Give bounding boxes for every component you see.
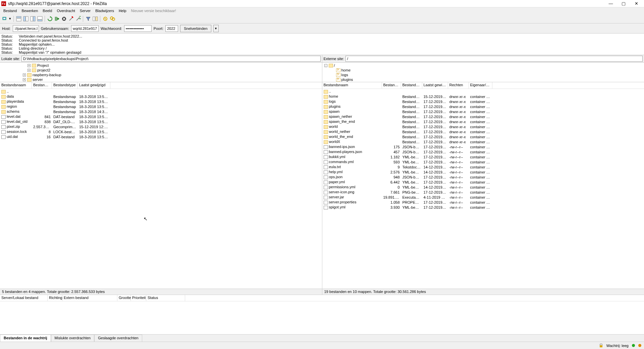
list-item[interactable]: dataBestandsmap18-3-2018 13:58:58	[0, 94, 322, 99]
expander-icon[interactable]: +	[28, 69, 31, 72]
col-owner[interactable]: Eigenaar/groep	[469, 82, 492, 89]
disconnect-icon[interactable]	[68, 15, 74, 22]
list-item[interactable]: schemsBestandsmap18-3-2018 14:39:44	[0, 109, 322, 114]
tree-item[interactable]: +Project	[1, 63, 321, 68]
expander-icon[interactable]: +	[28, 64, 31, 67]
compare-icon[interactable]	[92, 15, 98, 22]
process-queue-icon[interactable]	[54, 15, 60, 22]
expander-icon[interactable]: +	[23, 73, 26, 77]
list-item[interactable]: commands.yml593YML-besta...17-12-2019 17…	[322, 159, 644, 164]
cancel-icon[interactable]	[61, 15, 67, 22]
local-tree[interactable]: +Project+project2+raspberry-backup+serve…	[0, 63, 322, 82]
site-manager-icon[interactable]	[1, 15, 8, 22]
col-size[interactable]: Bestandsg...	[382, 82, 401, 89]
col-type[interactable]: Bestandstype	[52, 82, 78, 89]
col-name[interactable]: Bestandsnaam	[0, 82, 32, 89]
list-item[interactable]: bukkit.yml1.182YML-besta...17-12-2019 17…	[322, 154, 644, 159]
q-col-status[interactable]: Status	[146, 295, 185, 301]
col-perm[interactable]: Rechten	[448, 82, 469, 89]
list-item[interactable]: banned-players.json457JSON-best...17-12-…	[322, 149, 644, 154]
list-item[interactable]: worldXBestandsm...17-12-2019 17:...drwxr…	[322, 139, 644, 144]
pass-input[interactable]	[124, 25, 152, 32]
toggle-remote-tree-icon[interactable]	[30, 15, 36, 22]
menu-bestand[interactable]: Bestand	[1, 8, 19, 13]
menu-help[interactable]: Help	[117, 8, 128, 13]
log-panel[interactable]: Status:Verbinden met panel.ferox.host:20…	[0, 34, 644, 55]
remote-tree[interactable]: -/homelogsplugins	[322, 63, 644, 82]
tab-success[interactable]: Geslaagde overdrachten	[94, 335, 142, 342]
remote-site-input[interactable]	[345, 56, 643, 62]
q-col-prio[interactable]: Prioriteit	[131, 295, 146, 301]
expander-icon[interactable]: -	[324, 64, 327, 67]
list-item[interactable]: server-icon.png7.661PNG-besta...17-12-20…	[322, 190, 644, 195]
menu-bladwijzers[interactable]: Bladwijzers	[93, 8, 116, 13]
quickconnect-dropdown[interactable]: ▼	[213, 25, 219, 32]
list-item[interactable]: server.jar19.891.199Executable...4-11-20…	[322, 195, 644, 200]
toggle-local-tree-icon[interactable]	[22, 15, 29, 22]
list-item[interactable]: level.dat_old838DAT_OLD-best...18-3-2018…	[0, 119, 322, 124]
col-type[interactable]: Bestandsty...	[401, 82, 422, 89]
tab-queued[interactable]: Bestanden in de wachtrij	[0, 335, 51, 342]
user-input[interactable]	[71, 25, 99, 32]
tree-item[interactable]: +raspberry-backup	[1, 72, 321, 77]
update-notice[interactable]: Nieuwe versie beschikbaar!	[131, 9, 176, 13]
remote-list-body[interactable]: ..homeBestandsm...15-12-2019 15:...drwxr…	[322, 89, 644, 289]
toggle-log-icon[interactable]	[15, 15, 22, 22]
list-item[interactable]: playerdataBestandsmap18-3-2018 13:58:59	[0, 99, 322, 104]
queue-body[interactable]	[0, 301, 644, 334]
tree-item[interactable]: +project2	[1, 68, 321, 72]
expander-icon[interactable]: +	[23, 78, 26, 81]
toggle-queue-icon[interactable]	[37, 15, 43, 22]
tree-item[interactable]: plugins	[323, 77, 644, 82]
site-manager-dropdown-icon[interactable]: ▾	[8, 15, 12, 22]
list-item[interactable]: worldBestandsm...17-12-2019 17:...drwxr-…	[322, 124, 644, 129]
tree-item[interactable]: -/	[323, 63, 644, 68]
list-item[interactable]: ..	[322, 89, 644, 94]
col-name[interactable]: Bestandsnaam	[322, 82, 382, 89]
tab-failed[interactable]: Mislukte overdrachten	[51, 335, 95, 342]
search-icon[interactable]	[109, 15, 115, 22]
list-item[interactable]: paper.yml6.442YML-besta...17-12-2019 17:…	[322, 180, 644, 185]
list-item[interactable]: ops.json948JSON-best...17-12-2019 17:...…	[322, 174, 644, 180]
menu-overdracht[interactable]: Overdracht	[55, 8, 77, 13]
list-item[interactable]: spigot.yml3.930YML-besta...17-12-2019 17…	[322, 205, 644, 210]
menu-server[interactable]: Server	[78, 8, 93, 13]
menu-beeld[interactable]: Beeld	[41, 8, 54, 13]
tree-item[interactable]: logs	[323, 72, 644, 77]
list-item[interactable]: world_netherBestandsm...17-12-2019 17:..…	[322, 129, 644, 134]
filter-icon[interactable]	[85, 15, 91, 22]
maximize-button[interactable]: ▢	[617, 0, 630, 7]
quickconnect-button[interactable]: Snelverbinden	[180, 25, 211, 32]
tree-item[interactable]: +server	[1, 77, 321, 82]
q-col-remote[interactable]: Extern bestand	[62, 295, 117, 301]
q-col-size[interactable]: Grootte	[117, 295, 131, 301]
reconnect-icon[interactable]	[75, 15, 81, 22]
local-list-body[interactable]: ..dataBestandsmap18-3-2018 13:58:58playe…	[0, 89, 322, 289]
list-item[interactable]: world_the_endBestandsm...17-12-2019 17:.…	[322, 134, 644, 139]
refresh-icon[interactable]	[47, 15, 53, 22]
col-date[interactable]: Laatst gewijzigd	[78, 82, 110, 89]
list-item[interactable]: pluginsBestandsm...17-12-2019 17:...drwx…	[322, 104, 644, 109]
lock-icon[interactable]	[599, 344, 603, 348]
list-item[interactable]: ..	[0, 89, 322, 94]
list-item[interactable]: spawn_netherBestandsm...17-12-2019 17:..…	[322, 114, 644, 119]
q-col-server[interactable]: Server/Lokaal bestand	[0, 295, 48, 301]
close-button[interactable]: ✕	[630, 0, 643, 7]
list-item[interactable]: uid.dat16DAT-bestand18-3-2018 13:58:58	[0, 134, 322, 139]
host-input[interactable]	[13, 25, 39, 32]
list-item[interactable]: permissions.yml0YML-besta...14-12-2019 2…	[322, 185, 644, 190]
q-col-dir[interactable]: Richting	[48, 295, 62, 301]
list-item[interactable]: spawnBestandsm...17-12-2019 17:...drwxr-…	[322, 109, 644, 114]
list-item[interactable]: eula.txt9Tekstdocu...14-12-2019 22:...-r…	[322, 164, 644, 169]
menu-bewerken[interactable]: Bewerken	[19, 8, 40, 13]
list-item[interactable]: help.yml2.576YML-besta...14-12-2019 22:.…	[322, 169, 644, 174]
list-item[interactable]: level.dat841DAT-bestand18-3-2018 13:58:5…	[0, 114, 322, 119]
tree-item[interactable]: home	[323, 68, 644, 72]
local-site-input[interactable]	[21, 56, 321, 62]
list-item[interactable]: spawn_the_endBestandsm...17-12-2019 17:.…	[322, 119, 644, 124]
list-item[interactable]: homeBestandsm...15-12-2019 15:...drwxr-x…	[322, 94, 644, 99]
list-item[interactable]: server.properties1.058PROPERTIE...17-12-…	[322, 200, 644, 205]
col-size[interactable]: Bestandsgr...	[32, 82, 52, 89]
list-item[interactable]: banned-ips.json175JSON-best...17-12-2019…	[322, 144, 644, 149]
sync-browse-icon[interactable]	[102, 15, 108, 22]
